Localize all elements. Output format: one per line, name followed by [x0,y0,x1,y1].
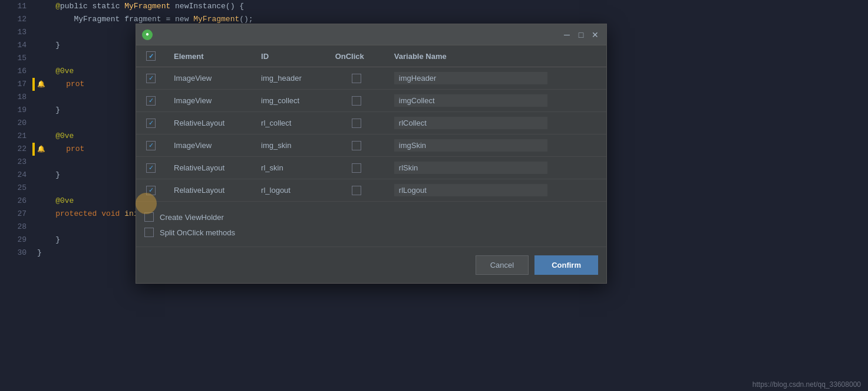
row-onclick-cell [327,112,386,134]
dialog: ● ─ □ ✕ Element ID OnClick [136,24,607,284]
cancel-button[interactable]: Cancel [476,255,529,275]
row-id: rl_collect [253,112,327,134]
row-variable-name [386,112,606,134]
row-checkbox-cell [136,67,166,90]
maximize-button[interactable]: □ [576,29,586,40]
onclick-checkbox-1[interactable] [352,96,361,106]
variable-name-input-0[interactable] [394,72,547,84]
table-row: RelativeLayoutrl_collect [136,112,606,134]
row-variable-name [386,67,606,90]
row-checkbox-3[interactable] [146,141,156,150]
row-onclick-cell [327,134,386,157]
elements-table: Element ID OnClick Variable Name ImageVi… [136,45,606,202]
variable-name-input-4[interactable] [394,162,547,174]
onclick-checkbox-5[interactable] [352,186,361,195]
row-id: img_header [253,67,327,90]
options-section: Create ViewHolder Split OnClick methods [136,202,606,247]
row-variable-name [386,90,606,112]
row-id: rl_logout [253,179,327,202]
header-element: Element [166,45,253,67]
row-variable-name [386,134,606,157]
split-onclick-checkbox[interactable] [144,228,154,237]
row-id: rl_skin [253,157,327,179]
dialog-content: Element ID OnClick Variable Name ImageVi… [136,45,606,283]
row-onclick-cell [327,90,386,112]
dialog-title-left: ● [142,29,157,40]
row-checkbox-0[interactable] [146,74,156,83]
row-element: ImageView [166,67,253,90]
row-checkbox-cell [136,90,166,112]
create-viewholder-checkbox[interactable] [144,212,154,222]
header-checkbox-cell [136,45,166,67]
onclick-checkbox-3[interactable] [352,141,361,150]
footer-url: https://blog.csdn.net/qq_33608000 [745,378,868,391]
row-checkbox-cell [136,179,166,202]
table-row: ImageViewimg_collect [136,90,606,112]
row-element: ImageView [166,134,253,157]
option-row-split-onclick: Split OnClick methods [144,228,598,237]
row-element: RelativeLayout [166,157,253,179]
row-checkbox-4[interactable] [146,163,156,173]
header-onclick: OnClick [327,45,386,67]
table-header-row: Element ID OnClick Variable Name [136,45,606,67]
row-onclick-cell [327,67,386,90]
row-checkbox-5[interactable] [146,186,156,195]
row-onclick-cell [327,157,386,179]
select-all-checkbox[interactable] [146,51,156,61]
variable-name-input-3[interactable] [394,139,547,152]
row-id: img_skin [253,134,327,157]
row-checkbox-2[interactable] [146,119,156,128]
close-button[interactable]: ✕ [590,29,600,40]
table-row: ImageViewimg_header [136,67,606,90]
variable-name-input-1[interactable] [394,94,547,107]
row-checkbox-cell [136,157,166,179]
table-body: ImageViewimg_headerImageViewimg_collectR… [136,67,606,202]
dialog-app-icon: ● [142,29,153,40]
row-checkbox-cell [136,112,166,134]
row-element: RelativeLayout [166,112,253,134]
row-element: ImageView [166,90,253,112]
header-variable-name: Variable Name [386,45,606,67]
line-numbers: 11 12 13 14 15 16 17 18 19 20 21 22 23 2… [0,0,32,391]
row-variable-name [386,157,606,179]
onclick-checkbox-0[interactable] [352,74,361,83]
onclick-checkbox-2[interactable] [352,119,361,128]
row-onclick-cell [327,179,386,202]
split-onclick-label: Split OnClick methods [160,228,235,237]
onclick-checkbox-4[interactable] [352,163,361,173]
row-checkbox-1[interactable] [146,96,156,106]
row-variable-name [386,179,606,202]
confirm-button[interactable]: Confirm [534,255,598,275]
create-viewholder-label: Create ViewHolder [160,213,224,222]
variable-name-input-5[interactable] [394,184,547,196]
header-id: ID [253,45,327,67]
variable-name-input-2[interactable] [394,117,547,129]
minimize-button[interactable]: ─ [562,29,572,40]
row-checkbox-cell [136,134,166,157]
table-row: RelativeLayoutrl_skin [136,157,606,179]
option-row-create-viewholder: Create ViewHolder [144,212,598,222]
table-row: ImageViewimg_skin [136,134,606,157]
buttons-section: Cancel Confirm [136,247,606,283]
row-element: RelativeLayout [166,179,253,202]
dialog-titlebar: ● ─ □ ✕ [136,24,606,45]
row-id: img_collect [253,90,327,112]
titlebar-controls: ─ □ ✕ [562,29,600,40]
table-row: RelativeLayoutrl_logout [136,179,606,202]
